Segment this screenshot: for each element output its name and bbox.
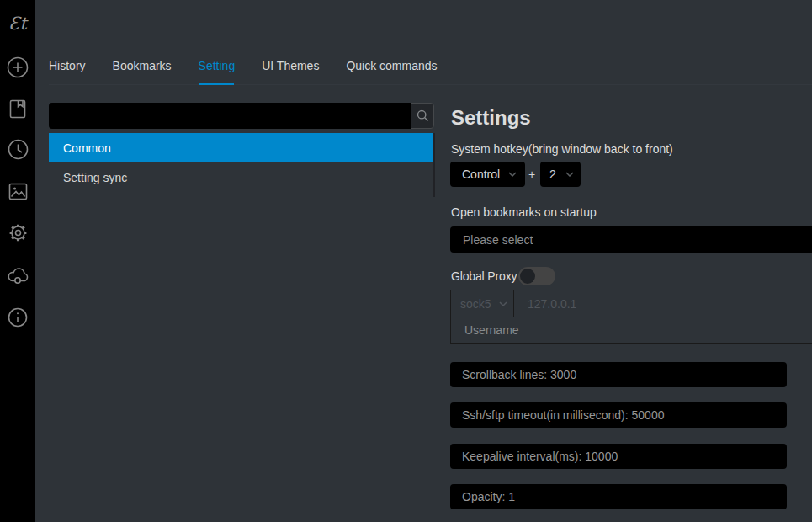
app-logo[interactable]: Ɛt bbox=[0, 13, 35, 34]
tab-setting[interactable]: Setting bbox=[199, 59, 236, 72]
bookmarks-icon[interactable] bbox=[0, 99, 35, 120]
hotkey-key-select[interactable]: 2 bbox=[540, 162, 581, 187]
settings-search-input[interactable] bbox=[49, 103, 411, 129]
chevron-down-icon bbox=[499, 301, 507, 306]
tab-ui-themes[interactable]: UI Themes bbox=[262, 59, 319, 72]
info-icon[interactable] bbox=[0, 307, 35, 328]
proxy-host-input[interactable]: 127.0.0.1 bbox=[514, 290, 812, 317]
themes-icon[interactable] bbox=[0, 181, 35, 202]
hotkey-plus: + bbox=[527, 162, 537, 187]
search-button[interactable] bbox=[411, 103, 434, 129]
new-session-icon[interactable] bbox=[0, 56, 35, 78]
global-proxy-label: Global Proxy bbox=[451, 269, 517, 283]
hotkey-label: System hotkey(bring window back to front… bbox=[451, 142, 673, 156]
tab-bar: History Bookmarks Setting UI Themes Quic… bbox=[49, 52, 812, 85]
tab-bookmarks[interactable]: Bookmarks bbox=[113, 59, 172, 72]
open-bookmarks-select[interactable]: Please select bbox=[450, 226, 812, 253]
page-title: Settings bbox=[451, 106, 531, 130]
proxy-row: sock5 127.0.0.1 bbox=[450, 290, 812, 317]
menu-item-common[interactable]: Common bbox=[49, 133, 433, 162]
chevron-down-icon bbox=[508, 172, 517, 177]
history-icon[interactable] bbox=[0, 139, 35, 160]
menu-item-setting-sync[interactable]: Setting sync bbox=[49, 162, 433, 192]
proxy-username-input[interactable]: Username bbox=[450, 317, 812, 344]
menu-scrollbar[interactable] bbox=[433, 133, 435, 197]
active-tab-indicator bbox=[199, 83, 234, 85]
search-icon bbox=[417, 109, 429, 122]
proxy-type-select[interactable]: sock5 bbox=[451, 290, 514, 317]
hotkey-modifier-select[interactable]: Control bbox=[450, 162, 525, 187]
sync-icon[interactable] bbox=[0, 265, 35, 285]
settings-menu: Common Setting sync bbox=[49, 133, 433, 192]
tab-history[interactable]: History bbox=[49, 59, 86, 72]
toggle-knob bbox=[520, 269, 535, 284]
global-proxy-toggle[interactable] bbox=[518, 267, 555, 285]
settings-page: Ɛt History Bookmarks Setting UI Themes Q… bbox=[0, 0, 812, 522]
chevron-down-icon bbox=[565, 172, 574, 177]
keepalive-interval-input[interactable]: Keepalive interval(ms): 10000 bbox=[450, 444, 787, 469]
sidebar: Ɛt bbox=[0, 0, 35, 522]
opacity-input[interactable]: Opacity: 1 bbox=[450, 484, 787, 509]
tab-quick-commands[interactable]: Quick commands bbox=[346, 59, 437, 72]
settings-icon[interactable] bbox=[0, 222, 35, 243]
open-bookmarks-label: Open bookmarks on startup bbox=[451, 205, 597, 219]
scrollback-lines-input[interactable]: Scrollback lines: 3000 bbox=[450, 362, 787, 387]
ssh-sftp-timeout-input[interactable]: Ssh/sftp timeout(in millisecond): 50000 bbox=[450, 402, 787, 428]
